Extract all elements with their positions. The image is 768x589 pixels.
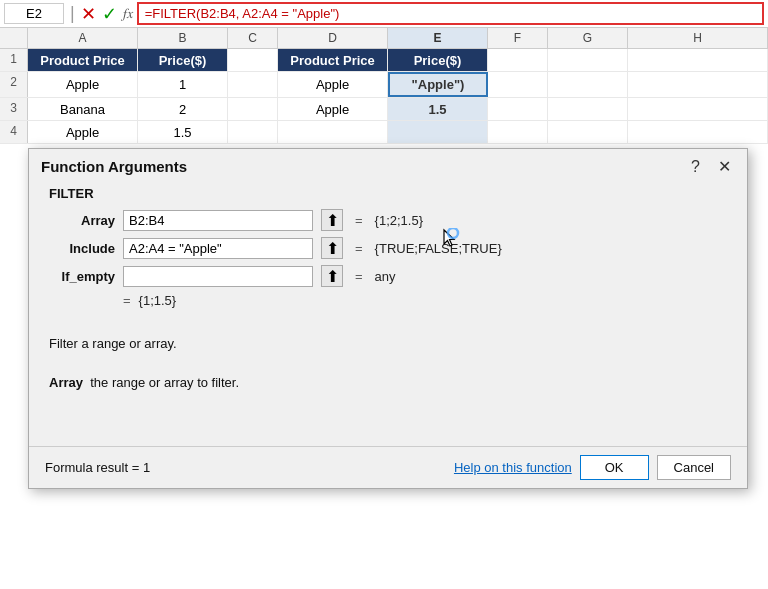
cell-g2[interactable] xyxy=(548,72,628,97)
ok-button[interactable]: OK xyxy=(580,455,649,480)
row-num-2: 2 xyxy=(0,72,28,97)
arg-desc-name: Array xyxy=(49,375,83,390)
column-headers: A B C D E F G H xyxy=(0,28,768,49)
arg-collapse-include[interactable]: ⬆ xyxy=(321,237,343,259)
cell-d4[interactable] xyxy=(278,121,388,143)
cell-c1[interactable] xyxy=(228,49,278,71)
arg-desc-text: the range or array to filter. xyxy=(90,375,239,390)
formula-result-text: Formula result = 1 xyxy=(45,460,150,475)
dialog-description: Filter a range or array. xyxy=(45,336,731,351)
row-num-3: 3 xyxy=(0,98,28,120)
cell-e1[interactable]: Price($) xyxy=(388,49,488,71)
arg-label-if-empty: If_empty xyxy=(45,269,115,284)
cell-c4[interactable] xyxy=(228,121,278,143)
arg-label-include: Include xyxy=(45,241,115,256)
formula-input[interactable]: =FILTER(B2:B4, A2:A4 = "Apple") xyxy=(137,2,764,25)
cell-f3[interactable] xyxy=(488,98,548,120)
arg-collapse-array[interactable]: ⬆ xyxy=(321,209,343,231)
cell-b3[interactable]: 2 xyxy=(138,98,228,120)
arg-row-include: Include ⬆ = {TRUE;FALSE;TRUE} xyxy=(45,237,731,259)
col-header-b[interactable]: B xyxy=(138,28,228,48)
cell-d3[interactable]: Apple xyxy=(278,98,388,120)
cell-b2[interactable]: 1 xyxy=(138,72,228,97)
cell-c3[interactable] xyxy=(228,98,278,120)
spacer-4 xyxy=(45,408,731,422)
cancel-formula-icon[interactable]: ✕ xyxy=(81,3,96,25)
cell-e4[interactable] xyxy=(388,121,488,143)
function-icon[interactable]: 𝑓𝑥 xyxy=(123,5,133,22)
col-header-e[interactable]: E xyxy=(388,28,488,48)
function-arguments-dialog: Function Arguments ? ✕ FILTER Array ⬆ = … xyxy=(28,148,748,489)
col-header-h[interactable]: H xyxy=(628,28,768,48)
corner-cell xyxy=(0,28,28,48)
arg-input-if-empty[interactable] xyxy=(123,266,313,287)
dialog-help-button[interactable]: ? xyxy=(687,158,704,176)
cell-d2[interactable]: Apple xyxy=(278,72,388,97)
cell-h1[interactable] xyxy=(628,49,768,71)
spreadsheet: A B C D E F G H 1 Product Price Price($)… xyxy=(0,28,768,144)
grid-row-4: 4 Apple 1.5 xyxy=(0,121,768,144)
spacer-5 xyxy=(45,422,731,436)
formula-bar: E2 | ✕ ✓ 𝑓𝑥 =FILTER(B2:B4, A2:A4 = "Appl… xyxy=(0,0,768,28)
col-header-g[interactable]: G xyxy=(548,28,628,48)
cell-f4[interactable] xyxy=(488,121,548,143)
dialog-footer: Formula result = 1 Help on this function… xyxy=(29,446,747,488)
arg-row-if-empty: If_empty ⬆ = any xyxy=(45,265,731,287)
arg-collapse-if-empty[interactable]: ⬆ xyxy=(321,265,343,287)
confirm-formula-icon[interactable]: ✓ xyxy=(102,3,117,25)
arg-value-array: {1;2;1.5} xyxy=(375,213,423,228)
cell-c2[interactable] xyxy=(228,72,278,97)
formula-bar-divider: | xyxy=(68,3,77,24)
arg-equals-array: = xyxy=(351,213,367,228)
arg-input-array[interactable] xyxy=(123,210,313,231)
formula-bar-icons: ✕ ✓ 𝑓𝑥 xyxy=(81,3,133,25)
cell-a1[interactable]: Product Price xyxy=(28,49,138,71)
cell-d1[interactable]: Product Price xyxy=(278,49,388,71)
cell-ref-input[interactable]: E2 xyxy=(4,3,64,24)
cell-h4[interactable] xyxy=(628,121,768,143)
cell-a4[interactable]: Apple xyxy=(28,121,138,143)
cell-g3[interactable] xyxy=(548,98,628,120)
dialog-content: FILTER Array ⬆ = {1;2;1.5} Include ⬆ = {… xyxy=(29,180,747,446)
cell-a2[interactable]: Apple xyxy=(28,72,138,97)
cell-e3[interactable]: 1.5 xyxy=(388,98,488,120)
col-header-c[interactable]: C xyxy=(228,28,278,48)
dialog-title: Function Arguments xyxy=(41,158,187,175)
row-num-4: 4 xyxy=(0,121,28,143)
cell-a3[interactable]: Banana xyxy=(28,98,138,120)
col-header-d[interactable]: D xyxy=(278,28,388,48)
col-header-f[interactable]: F xyxy=(488,28,548,48)
cell-h2[interactable] xyxy=(628,72,768,97)
dialog-close-button[interactable]: ✕ xyxy=(714,157,735,176)
dialog-titlebar: Function Arguments ? ✕ xyxy=(29,149,747,180)
dialog-arg-description: Array the range or array to filter. xyxy=(45,375,731,390)
spacer-2 xyxy=(45,357,731,371)
arg-row-array: Array ⬆ = {1;2;1.5} xyxy=(45,209,731,231)
help-on-function-link[interactable]: Help on this function xyxy=(454,455,572,480)
cell-b1[interactable]: Price($) xyxy=(138,49,228,71)
total-result-row: = {1;1.5} xyxy=(45,293,731,308)
arg-input-include[interactable] xyxy=(123,238,313,259)
arg-value-if-empty: any xyxy=(375,269,396,284)
grid-row-2: 2 Apple 1 Apple "Apple") xyxy=(0,72,768,98)
cell-g1[interactable] xyxy=(548,49,628,71)
formula-input-wrapper: =FILTER(B2:B4, A2:A4 = "Apple") xyxy=(137,2,764,25)
grid-row-3: 3 Banana 2 Apple 1.5 xyxy=(0,98,768,121)
total-result-equals: = xyxy=(123,293,131,308)
dialog-titlebar-controls: ? ✕ xyxy=(687,157,735,176)
spacer-1 xyxy=(45,314,731,328)
total-result-value: {1;1.5} xyxy=(139,293,177,308)
cell-g4[interactable] xyxy=(548,121,628,143)
col-header-a[interactable]: A xyxy=(28,28,138,48)
cell-e2[interactable]: "Apple") xyxy=(388,72,488,97)
cell-f1[interactable] xyxy=(488,49,548,71)
row-num-1: 1 xyxy=(0,49,28,71)
cell-h3[interactable] xyxy=(628,98,768,120)
arg-label-array: Array xyxy=(45,213,115,228)
cell-b4[interactable]: 1.5 xyxy=(138,121,228,143)
cancel-button[interactable]: Cancel xyxy=(657,455,731,480)
grid-row-1: 1 Product Price Price($) Product Price P… xyxy=(0,49,768,72)
function-name-label: FILTER xyxy=(45,186,731,201)
cell-f2[interactable] xyxy=(488,72,548,97)
formula-result-area: Formula result = 1 xyxy=(45,460,150,475)
